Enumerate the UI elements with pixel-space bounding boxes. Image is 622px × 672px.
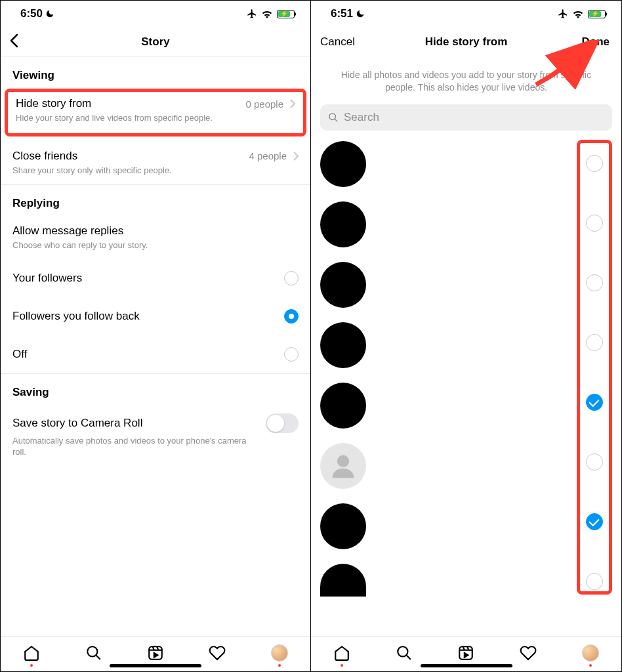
tab-home[interactable] bbox=[22, 643, 41, 663]
save-camera-roll-toggle[interactable] bbox=[266, 413, 299, 433]
nav-header: Story bbox=[1, 27, 310, 57]
row-close-friends[interactable]: Close friends 4 people Share your story … bbox=[1, 136, 310, 185]
section-viewing: Viewing bbox=[1, 57, 310, 89]
radio-button[interactable] bbox=[284, 347, 299, 362]
person-avatar[interactable] bbox=[320, 201, 366, 247]
reels-icon bbox=[457, 644, 474, 662]
tab-home[interactable] bbox=[332, 643, 352, 663]
search-icon bbox=[85, 644, 102, 662]
battery-icon: ⚡ bbox=[588, 10, 606, 18]
person-avatar[interactable] bbox=[320, 564, 366, 597]
person-checkbox[interactable] bbox=[586, 513, 603, 530]
highlight-checkboxes bbox=[577, 140, 612, 595]
close-friends-subtitle: Share your story only with specific peop… bbox=[12, 165, 249, 177]
person-avatar[interactable] bbox=[320, 322, 366, 368]
home-icon bbox=[333, 644, 350, 662]
info-text: Hide all photos and videos you add to yo… bbox=[311, 57, 621, 104]
svg-marker-17 bbox=[465, 653, 468, 658]
status-bar: 6:50 ⚡ bbox=[1, 1, 310, 27]
person-avatar[interactable] bbox=[320, 503, 366, 549]
battery-icon: ⚡ bbox=[277, 10, 295, 18]
person-checkbox[interactable] bbox=[586, 394, 603, 411]
profile-avatar-icon bbox=[271, 644, 288, 662]
heart-icon bbox=[209, 644, 226, 662]
back-button[interactable] bbox=[10, 33, 18, 51]
svg-point-8 bbox=[329, 114, 335, 119]
search-icon bbox=[328, 112, 339, 123]
person-avatar[interactable] bbox=[320, 262, 366, 308]
radio-off[interactable]: Off bbox=[1, 335, 310, 374]
hide-story-count: 0 people bbox=[245, 98, 283, 110]
close-friends-title: Close friends bbox=[12, 150, 77, 163]
page-title: Hide story from bbox=[425, 35, 508, 49]
radio-button-checked[interactable] bbox=[284, 309, 299, 324]
home-indicator[interactable] bbox=[421, 664, 512, 667]
cancel-button[interactable]: Cancel bbox=[320, 35, 355, 49]
search-input[interactable]: Search bbox=[320, 104, 612, 131]
svg-marker-6 bbox=[154, 653, 157, 658]
do-not-disturb-icon bbox=[356, 9, 365, 18]
svg-point-10 bbox=[337, 455, 349, 467]
tab-search[interactable] bbox=[394, 643, 414, 663]
profile-avatar-icon bbox=[582, 644, 599, 662]
person-checkbox[interactable] bbox=[586, 155, 603, 172]
hide-story-title: Hide story from bbox=[16, 97, 91, 110]
nav-header: Cancel Hide story from Done bbox=[311, 27, 621, 57]
wifi-icon bbox=[261, 10, 273, 18]
status-bar: 6:51 ⚡ bbox=[311, 1, 621, 27]
heart-icon bbox=[520, 644, 537, 662]
reels-icon bbox=[147, 644, 164, 662]
tab-reels[interactable] bbox=[456, 643, 476, 663]
svg-point-0 bbox=[87, 646, 97, 656]
tab-profile[interactable] bbox=[581, 643, 600, 663]
person-avatar[interactable] bbox=[320, 383, 366, 429]
person-checkbox[interactable] bbox=[586, 334, 603, 351]
person-checkbox[interactable] bbox=[586, 274, 603, 291]
tab-profile[interactable] bbox=[270, 643, 289, 663]
home-icon bbox=[23, 644, 40, 662]
save-camera-roll-title: Save story to Camera Roll bbox=[12, 417, 142, 430]
airplane-mode-icon bbox=[558, 9, 568, 19]
row-allow-replies: Allow message replies Choose who can rep… bbox=[1, 217, 310, 259]
allow-replies-subtitle: Choose who can reply to your story. bbox=[12, 240, 249, 251]
radio-button[interactable] bbox=[284, 271, 299, 285]
row-hide-story-from[interactable]: Hide story from 0 people bbox=[16, 97, 295, 110]
row-save-camera-roll: Save story to Camera Roll Automatically … bbox=[1, 406, 310, 466]
svg-rect-13 bbox=[460, 646, 473, 660]
chevron-right-icon bbox=[290, 99, 295, 108]
status-time: 6:50 bbox=[20, 7, 54, 20]
person-avatar[interactable] bbox=[320, 141, 366, 187]
svg-line-12 bbox=[406, 655, 411, 660]
person-checkbox[interactable] bbox=[586, 215, 603, 232]
chevron-right-icon bbox=[293, 152, 299, 161]
airplane-mode-icon bbox=[247, 9, 257, 19]
person-avatar[interactable] bbox=[320, 443, 366, 489]
done-button[interactable]: Done bbox=[582, 35, 610, 49]
tab-activity[interactable] bbox=[207, 643, 227, 663]
chevron-left-icon bbox=[10, 33, 18, 48]
tab-search[interactable] bbox=[84, 643, 104, 663]
svg-point-11 bbox=[398, 646, 407, 656]
tab-activity[interactable] bbox=[518, 643, 538, 663]
tab-reels[interactable] bbox=[146, 643, 165, 663]
status-time: 6:51 bbox=[331, 7, 365, 20]
hide-story-from-screen: 6:51 ⚡ Cancel Hide story from Done Hide … bbox=[311, 1, 621, 671]
search-placeholder: Search bbox=[344, 111, 379, 124]
person-checkbox[interactable] bbox=[586, 453, 603, 471]
page-title: Story bbox=[141, 35, 169, 49]
section-saving: Saving bbox=[1, 374, 310, 406]
section-replying: Replying bbox=[1, 185, 310, 217]
do-not-disturb-icon bbox=[45, 9, 54, 18]
radio-your-followers[interactable]: Your followers bbox=[1, 259, 310, 297]
story-settings-screen: 6:50 ⚡ Story Viewing Hide story from bbox=[1, 1, 311, 671]
person-checkbox[interactable] bbox=[586, 573, 603, 590]
home-indicator[interactable] bbox=[110, 664, 201, 667]
radio-follow-back[interactable]: Followers you follow back bbox=[1, 297, 310, 335]
save-camera-roll-subtitle: Automatically save photos and videos to … bbox=[12, 436, 249, 458]
highlight-hide-story: Hide story from 0 people Hide your story… bbox=[5, 89, 306, 136]
wifi-icon bbox=[572, 10, 584, 18]
search-icon bbox=[396, 644, 413, 662]
close-friends-count: 4 people bbox=[249, 150, 287, 161]
svg-line-1 bbox=[96, 655, 100, 660]
svg-line-9 bbox=[335, 119, 337, 121]
